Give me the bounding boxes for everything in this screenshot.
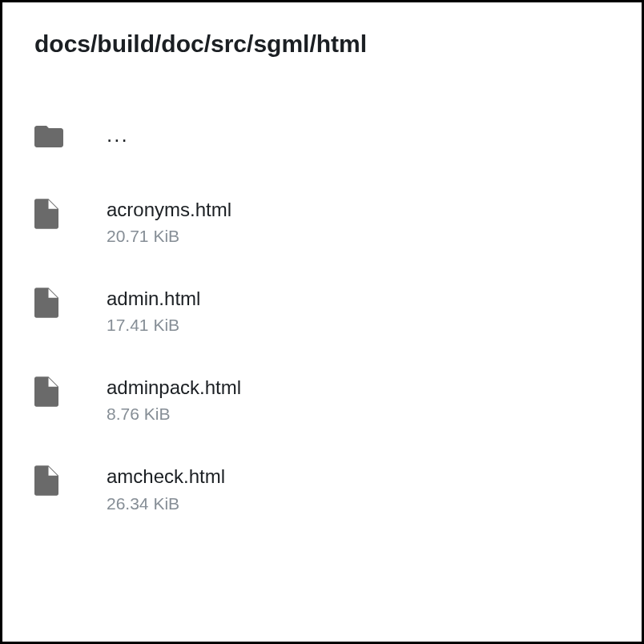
file-name: acronyms.html <box>107 197 231 222</box>
file-row[interactable]: admin.html 17.41 KiB <box>34 266 610 355</box>
folder-icon <box>34 123 107 147</box>
file-row[interactable]: amcheck.html 26.34 KiB <box>34 444 610 533</box>
file-icon <box>34 375 107 407</box>
file-size: 8.76 KiB <box>107 405 241 424</box>
file-name: amcheck.html <box>107 464 225 489</box>
file-row[interactable]: adminpack.html 8.76 KiB <box>34 355 610 444</box>
file-size: 20.71 KiB <box>107 227 231 246</box>
file-name: admin.html <box>107 286 200 311</box>
file-icon <box>34 286 107 318</box>
file-list: ... acronyms.html 20.71 KiB admin.html 1… <box>34 106 610 533</box>
file-icon <box>34 197 107 229</box>
parent-label: ... <box>107 122 129 149</box>
breadcrumb: docs/build/doc/src/sgml/html <box>34 30 610 58</box>
file-size: 17.41 KiB <box>107 316 200 335</box>
parent-directory-row[interactable]: ... <box>34 106 610 177</box>
file-icon <box>34 464 107 496</box>
file-size: 26.34 KiB <box>107 494 225 513</box>
file-name: adminpack.html <box>107 375 241 400</box>
file-row[interactable]: acronyms.html 20.71 KiB <box>34 177 610 266</box>
